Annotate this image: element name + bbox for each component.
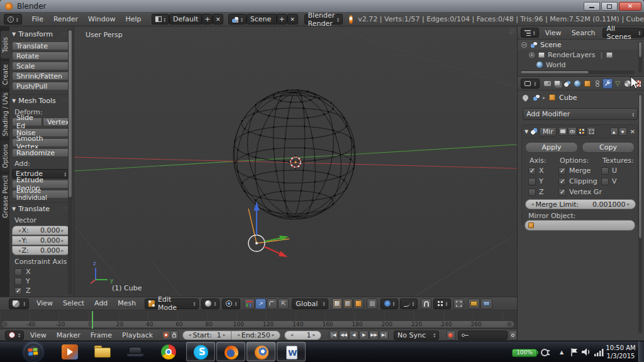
end-frame-field[interactable]: ◂End:250▸ — [231, 331, 280, 340]
increment-icon[interactable]: ▸ — [61, 238, 64, 243]
modifier-delete-icon[interactable]: ✕ — [630, 128, 635, 135]
screen-layout-field[interactable]: Default — [169, 14, 202, 25]
current-frame-indicator[interactable] — [92, 311, 93, 329]
view3d-menu-view[interactable]: View — [31, 297, 58, 310]
start-button[interactable] — [24, 343, 43, 361]
taskbar-wmp-button[interactable] — [62, 344, 78, 359]
modifier-editmode-toggle[interactable] — [577, 127, 586, 136]
battery-indicator[interactable]: 100% — [512, 348, 550, 357]
mode-select[interactable]: Edit Mode — [145, 299, 199, 309]
tab-options[interactable]: Options — [0, 140, 9, 172]
rotate-button[interactable]: Rotate — [12, 52, 70, 60]
viewport-3d[interactable]: z y User Persp (1) Cube — [74, 26, 517, 297]
tab-grease-pencil[interactable]: Grease Pencil — [0, 173, 9, 220]
timeline-menu-marker[interactable]: Marker — [52, 329, 86, 341]
toolshelf-scrollbar[interactable] — [68, 28, 72, 295]
modifier-move-down-button[interactable]: ▼ — [619, 128, 627, 136]
renderlayer-toggle-icon[interactable] — [606, 52, 613, 58]
outliner-menu-view[interactable]: View — [540, 26, 567, 40]
manipulator-scale-button[interactable]: ⇱ — [278, 299, 289, 309]
modifier-name-field[interactable]: Mir — [539, 127, 557, 136]
modifier-cage-toggle[interactable] — [587, 127, 596, 136]
current-frame-field[interactable]: ◂1▸ — [284, 331, 321, 340]
merge-limit-field[interactable]: ◂Merge Limit:0.001000▸ — [525, 199, 636, 209]
restore-button[interactable] — [601, 2, 618, 11]
modifier-copy-button[interactable]: Copy — [582, 142, 635, 153]
show-desktop-button[interactable] — [638, 341, 644, 362]
start-frame-field[interactable]: ◂Start:1▸ — [182, 331, 231, 340]
outliner-row-world[interactable]: World — [518, 60, 644, 70]
randomize-button[interactable]: Randomize — [12, 148, 70, 157]
increment-icon[interactable]: ▸ — [61, 228, 64, 233]
close-button[interactable]: ✕ — [619, 2, 641, 11]
tab-modifiers[interactable] — [602, 79, 613, 89]
mirror-x-checkbox[interactable] — [528, 167, 536, 175]
jump-to-end-button[interactable]: ▶| — [379, 331, 389, 340]
snap-toggle-button[interactable] — [421, 299, 431, 309]
extrude-individual-button[interactable]: Extrude Individual — [12, 190, 70, 199]
viewport-shading-select[interactable] — [201, 299, 219, 309]
properties-editor-type-button[interactable] — [521, 79, 540, 89]
outliner-menu-search[interactable]: Search — [567, 26, 601, 40]
tab-constraints[interactable] — [592, 79, 602, 89]
collapse-minus-icon[interactable]: − — [521, 42, 527, 48]
menu-help[interactable]: Help — [120, 13, 146, 26]
shrink-fatten-button[interactable]: Shrink/Fatten — [12, 72, 70, 80]
taskbar-laptop-button[interactable] — [127, 346, 143, 358]
collapse-arrow-icon[interactable]: ▼ — [12, 206, 16, 212]
timeline-track-area[interactable]: -40-200204060801001201401601802002202402… — [0, 311, 517, 329]
view3d-editor-type-button[interactable] — [9, 299, 29, 309]
collapse-arrow-icon[interactable]: ▼ — [525, 129, 528, 134]
breadcrumb-object-name[interactable]: Cube — [559, 94, 577, 102]
constraint-x-checkbox[interactable] — [14, 268, 22, 276]
taskbar-explorer-button[interactable] — [94, 346, 111, 358]
decrement-icon[interactable]: ◂ — [18, 248, 21, 253]
auto-keyframe-button[interactable] — [162, 331, 170, 340]
render-engine-select[interactable]: Blender Render — [304, 14, 343, 25]
clipping-checkbox[interactable] — [558, 178, 566, 185]
push-pull-button[interactable]: Push/Pull — [12, 82, 70, 90]
menu-window[interactable]: Window — [83, 13, 120, 26]
mirror-object-field[interactable] — [525, 220, 635, 231]
pin-icon[interactable] — [521, 94, 530, 102]
tab-render[interactable] — [542, 79, 552, 89]
play-button[interactable]: ▶ — [359, 331, 369, 340]
translate-panel-header[interactable]: Translate — [18, 205, 50, 213]
smooth-vertex-button[interactable]: Smooth Vertex — [12, 138, 70, 147]
scrollbar-thumb[interactable] — [68, 30, 72, 198]
tab-tools[interactable]: Tools — [0, 30, 9, 59]
vector-x-field[interactable]: ◂X:0.000▸ — [12, 226, 70, 235]
outliner-display-select[interactable]: All Scenes — [602, 28, 644, 38]
tab-shading-uvs[interactable]: Shading / UVs — [0, 90, 9, 138]
timeline-menu-frame[interactable]: Frame — [86, 329, 117, 341]
minimize-button[interactable] — [584, 2, 600, 11]
tab-render-layers[interactable] — [552, 79, 562, 89]
clock-tray[interactable]: 10:50 AM1/3/2015 — [605, 344, 636, 360]
record-button[interactable] — [447, 331, 455, 340]
collapse-arrow-icon[interactable]: ▼ — [12, 31, 16, 37]
jump-to-start-button[interactable]: |◀ — [329, 331, 338, 340]
falloff-select[interactable] — [400, 299, 418, 309]
menu-file[interactable]: File — [27, 13, 48, 26]
scene-name-field[interactable]: Scene — [247, 14, 277, 25]
outliner-renderlayers-label[interactable]: RenderLayers — [548, 51, 596, 59]
render-opengl-button[interactable] — [468, 299, 480, 309]
scene-add-button[interactable]: + — [277, 14, 287, 25]
mesh-tools-panel-header[interactable]: Mesh Tools — [18, 97, 56, 105]
proportional-edit-select[interactable] — [380, 299, 398, 309]
speaker-icon[interactable] — [581, 348, 591, 357]
layout-delete-button[interactable]: ✕ — [213, 14, 223, 25]
tab-scene[interactable] — [562, 79, 572, 89]
vector-y-field[interactable]: ◂Y:0.000▸ — [12, 236, 70, 245]
snap-element-select[interactable] — [433, 299, 451, 309]
viewport-canvas[interactable]: z y — [74, 26, 517, 297]
timeline-menu-playback[interactable]: Playback — [117, 329, 158, 341]
scene-icon-button[interactable] — [228, 14, 247, 25]
texture-u-checkbox[interactable] — [601, 167, 609, 175]
merge-checkbox[interactable] — [558, 167, 566, 175]
manipulator-rotate-button[interactable] — [267, 299, 277, 309]
vertex-select-mode-button[interactable] — [332, 299, 342, 309]
screen-layout-icon-button[interactable] — [152, 14, 170, 25]
tab-object-data[interactable]: ▽ — [613, 79, 623, 89]
taskbar-word-button[interactable]: W — [277, 342, 306, 361]
